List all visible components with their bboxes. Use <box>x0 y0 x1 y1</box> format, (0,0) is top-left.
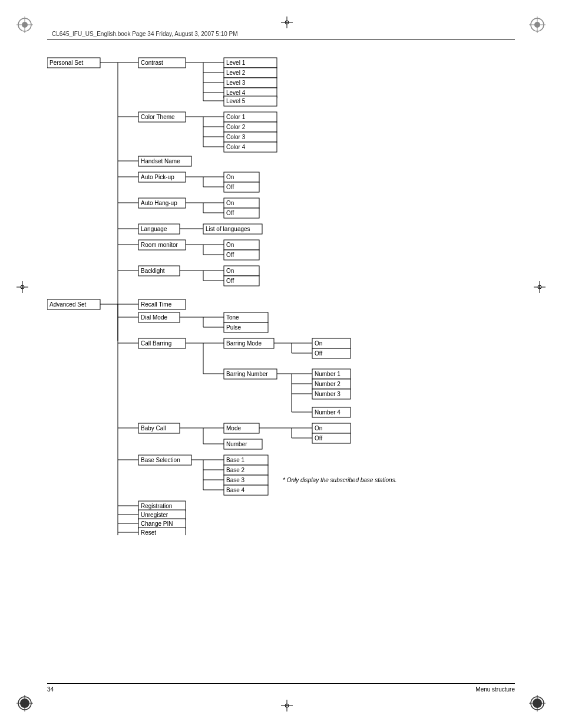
svg-text:Contrast: Contrast <box>141 60 163 66</box>
page-number: 34 <box>47 686 54 693</box>
svg-text:Base 1: Base 1 <box>226 457 245 463</box>
svg-text:Registration: Registration <box>141 503 172 509</box>
svg-text:Base Selection: Base Selection <box>141 457 180 463</box>
svg-text:Level 5: Level 5 <box>226 98 246 104</box>
svg-text:List of languages: List of languages <box>206 226 250 232</box>
svg-text:Number: Number <box>226 441 247 447</box>
svg-text:Level 3: Level 3 <box>226 80 246 86</box>
svg-text:Barring Mode: Barring Mode <box>226 340 262 347</box>
svg-text:Off: Off <box>226 210 234 216</box>
svg-text:Reset: Reset <box>141 529 156 535</box>
menu-diagram: Personal Set Contrast Level 1 Level 2 Le… <box>47 52 513 535</box>
svg-text:Level 1: Level 1 <box>226 60 246 66</box>
svg-text:Barring Number: Barring Number <box>226 371 268 377</box>
svg-text:Mode: Mode <box>226 425 241 431</box>
svg-text:* Only display the subscribed : * Only display the subscribed base stati… <box>283 477 396 483</box>
svg-text:Number 3: Number 3 <box>315 391 340 397</box>
svg-text:On: On <box>315 425 322 431</box>
svg-text:Advanced Set: Advanced Set <box>49 301 86 308</box>
svg-text:Off: Off <box>315 435 322 442</box>
svg-text:Off: Off <box>226 278 234 284</box>
svg-text:Auto Pick-up: Auto Pick-up <box>141 174 174 180</box>
svg-text:Off: Off <box>226 252 234 258</box>
page-footer: 34 Menu structure <box>47 683 515 693</box>
page-header: CL645_IFU_US_English.book Page 34 Friday… <box>47 31 515 40</box>
svg-text:Change PIN: Change PIN <box>141 521 173 527</box>
svg-text:Recall Time: Recall Time <box>141 301 172 308</box>
svg-text:Base 2: Base 2 <box>226 467 245 473</box>
svg-text:On: On <box>226 268 234 274</box>
corner-decoration-tr <box>529 17 546 33</box>
svg-text:Room monitor: Room monitor <box>141 242 178 248</box>
crosshair-top <box>281 17 293 28</box>
corner-decoration-br <box>529 695 546 711</box>
svg-text:Level 4: Level 4 <box>226 90 246 96</box>
svg-text:Personal Set: Personal Set <box>49 60 83 66</box>
crosshair-bottom <box>281 700 293 711</box>
svg-text:Off: Off <box>315 350 322 357</box>
svg-text:On: On <box>226 242 234 248</box>
svg-text:Color Theme: Color Theme <box>141 114 175 120</box>
svg-text:Pulse: Pulse <box>226 324 241 331</box>
svg-text:On: On <box>226 200 234 206</box>
svg-text:Base 3: Base 3 <box>226 477 245 483</box>
header-text: CL645_IFU_US_English.book Page 34 Friday… <box>52 31 238 37</box>
svg-text:Color 4: Color 4 <box>226 144 246 150</box>
svg-text:Backlight: Backlight <box>141 268 165 274</box>
corner-decoration-tl <box>16 17 33 33</box>
svg-text:Off: Off <box>226 184 234 190</box>
svg-text:Baby Call: Baby Call <box>141 425 166 431</box>
svg-text:Base 4: Base 4 <box>226 487 245 493</box>
svg-text:On: On <box>226 174 234 180</box>
svg-text:Unregister: Unregister <box>141 512 168 518</box>
svg-text:Level 2: Level 2 <box>226 70 246 76</box>
crosshair-left <box>16 281 28 293</box>
svg-text:Number 4: Number 4 <box>315 409 340 416</box>
svg-text:Color 3: Color 3 <box>226 134 246 140</box>
svg-text:On: On <box>315 340 322 347</box>
svg-text:Language: Language <box>141 226 167 232</box>
svg-text:Auto Hang-up: Auto Hang-up <box>141 200 177 206</box>
svg-text:Handset Name: Handset Name <box>141 158 180 164</box>
svg-text:Dial Mode: Dial Mode <box>141 314 167 321</box>
svg-text:Tone: Tone <box>226 314 239 321</box>
svg-text:Color 2: Color 2 <box>226 124 246 130</box>
svg-text:Call Barring: Call Barring <box>141 340 171 347</box>
section-label: Menu structure <box>475 686 515 693</box>
svg-text:Color 1: Color 1 <box>226 114 246 120</box>
crosshair-right <box>534 281 546 293</box>
corner-decoration-bl <box>16 695 33 711</box>
svg-text:Number 1: Number 1 <box>315 371 340 377</box>
svg-text:Number 2: Number 2 <box>315 381 340 387</box>
